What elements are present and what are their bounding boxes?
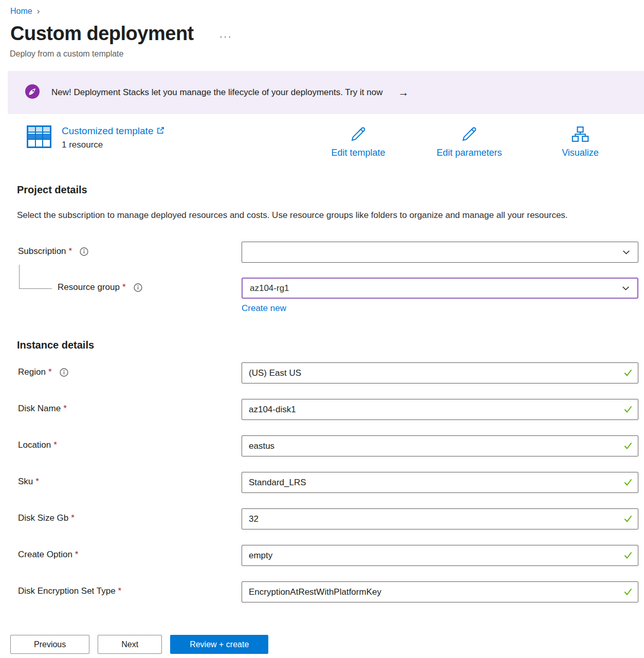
disk-encryption-label: Disk Encryption Set Type — [18, 586, 116, 596]
edit-parameters-button[interactable]: Edit parameters — [414, 125, 525, 158]
create-option-input[interactable] — [242, 545, 638, 566]
disk-name-input[interactable] — [242, 399, 638, 420]
template-actions: Edit template Edit parameters — [303, 125, 636, 158]
page-title: Custom deployment — [10, 23, 194, 45]
region-input[interactable] — [242, 362, 638, 383]
info-icon[interactable] — [134, 283, 142, 292]
required-asterisk: * — [69, 246, 72, 257]
disk-encryption-input-wrap — [242, 581, 638, 602]
create-option-field-row: Create Option * — [18, 545, 644, 566]
required-asterisk: * — [53, 440, 57, 450]
disk-encryption-label-group: Disk Encryption Set Type * — [18, 581, 242, 596]
disk-name-label: Disk Name — [18, 404, 61, 414]
location-input[interactable] — [242, 435, 638, 456]
visualize-label: Visualize — [562, 148, 599, 158]
custom-deployment-page: Home › Custom deployment ··· Deploy from… — [0, 0, 644, 658]
sku-label: Sku — [18, 477, 33, 487]
disk-size-field-row: Disk Size Gb * — [18, 508, 644, 529]
valid-check-icon — [623, 550, 633, 560]
edit-template-button[interactable]: Edit template — [303, 125, 414, 158]
location-label-group: Location * — [18, 435, 242, 450]
arrow-right-icon[interactable]: → — [398, 86, 409, 99]
rocket-icon — [25, 84, 40, 101]
customized-template-label: Customized template — [62, 125, 153, 137]
required-asterisk: * — [71, 513, 75, 523]
template-table-icon — [27, 125, 51, 150]
valid-check-icon — [623, 404, 633, 414]
subscription-dropdown[interactable] — [242, 242, 638, 263]
required-asterisk: * — [63, 404, 67, 414]
create-new-link[interactable]: Create new — [242, 303, 286, 314]
disk-name-label-group: Disk Name * — [18, 399, 242, 414]
edit-template-label: Edit template — [331, 148, 385, 158]
disk-size-label: Disk Size Gb — [18, 513, 68, 523]
chevron-down-icon — [622, 248, 631, 257]
external-link-icon — [157, 125, 164, 137]
banner-message: New! Deployment Stacks let you manage th… — [51, 87, 382, 98]
disk-encryption-field-row: Disk Encryption Set Type * — [18, 581, 644, 602]
region-label: Region — [18, 367, 46, 377]
resource-group-label: Resource group — [58, 282, 120, 293]
tree-connector — [19, 265, 52, 289]
disk-size-input[interactable] — [242, 508, 638, 529]
valid-check-icon — [623, 514, 633, 524]
page-subtitle: Deploy from a custom template — [10, 49, 644, 59]
create-option-input-wrap — [242, 545, 638, 566]
project-details-heading: Project details — [17, 184, 644, 196]
visualize-button[interactable]: Visualize — [525, 125, 636, 158]
resource-group-label-group: Resource group * — [18, 278, 242, 293]
previous-button[interactable]: Previous — [10, 635, 89, 654]
resource-group-input-wrap: az104-rg1 Create new — [242, 278, 638, 314]
project-details-description: Select the subscription to manage deploy… — [17, 207, 613, 223]
template-card-row: Customized template 1 resource — [27, 125, 636, 158]
valid-check-icon — [623, 587, 633, 597]
disk-size-input-wrap — [242, 508, 638, 529]
pencil-icon — [461, 125, 478, 145]
resource-group-field-row: Resource group * az104-rg1 Create new — [18, 278, 644, 314]
next-button[interactable]: Next — [98, 635, 162, 654]
subscription-input-wrap — [242, 242, 638, 263]
chevron-down-icon — [621, 284, 630, 293]
create-option-label: Create Option — [18, 550, 72, 560]
breadcrumb: Home › — [0, 0, 644, 16]
location-label: Location — [18, 440, 51, 450]
region-label-group: Region * — [18, 362, 242, 377]
disk-size-label-group: Disk Size Gb * — [18, 508, 242, 523]
more-options-icon[interactable]: ··· — [219, 26, 232, 42]
subscription-label-group: Subscription * — [18, 242, 242, 257]
resource-group-value: az104-rg1 — [250, 283, 289, 294]
deployment-stacks-banner[interactable]: New! Deployment Stacks let you manage th… — [8, 71, 644, 114]
customized-template-link[interactable]: Customized template — [62, 125, 164, 137]
review-create-button[interactable]: Review + create — [170, 635, 268, 654]
title-row: Custom deployment ··· — [10, 23, 644, 45]
pencil-icon — [349, 125, 367, 145]
flowchart-icon — [571, 125, 590, 145]
resource-count-label: 1 resource — [62, 140, 164, 150]
sku-input[interactable] — [242, 472, 638, 493]
required-asterisk: * — [122, 282, 126, 293]
location-field-row: Location * — [18, 435, 644, 456]
breadcrumb-home-link[interactable]: Home — [10, 7, 32, 16]
subscription-label: Subscription — [18, 246, 66, 257]
region-field-row: Region * — [18, 362, 644, 383]
required-asterisk: * — [48, 367, 52, 377]
sku-label-group: Sku * — [18, 472, 242, 487]
instance-details-heading: Instance details — [17, 339, 644, 351]
breadcrumb-separator-icon: › — [37, 6, 40, 16]
location-input-wrap — [242, 435, 638, 456]
region-input-wrap — [242, 362, 638, 383]
template-info: Customized template 1 resource — [27, 125, 164, 150]
disk-encryption-input[interactable] — [242, 581, 638, 602]
disk-name-field-row: Disk Name * — [18, 399, 644, 420]
create-option-label-group: Create Option * — [18, 545, 242, 560]
sku-input-wrap — [242, 472, 638, 493]
template-text: Customized template 1 resource — [62, 125, 164, 150]
valid-check-icon — [623, 477, 633, 487]
valid-check-icon — [623, 368, 633, 378]
valid-check-icon — [623, 441, 633, 451]
edit-parameters-label: Edit parameters — [436, 148, 502, 158]
info-icon[interactable] — [80, 247, 88, 256]
disk-name-input-wrap — [242, 399, 638, 420]
resource-group-dropdown[interactable]: az104-rg1 — [242, 278, 638, 299]
info-icon[interactable] — [60, 368, 68, 377]
